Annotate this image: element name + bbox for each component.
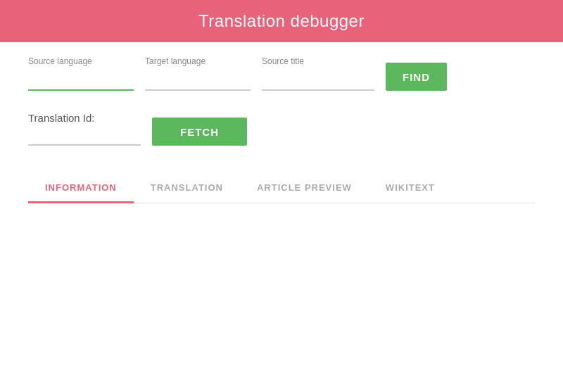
target-language-input[interactable] xyxy=(145,72,251,91)
translation-id-label: Translation Id: xyxy=(28,112,141,124)
tab-wikitext[interactable]: WIKITEXT xyxy=(369,174,452,203)
tab-translation[interactable]: TRANSLATION xyxy=(134,174,240,203)
app-header: Translation debugger xyxy=(0,0,563,42)
target-language-label: Target language xyxy=(145,56,251,66)
target-language-field-group: Target language xyxy=(145,56,251,91)
tab-article-preview[interactable]: ARTICLE PREVIEW xyxy=(240,174,369,203)
search-row: Source language Target language Source t… xyxy=(28,56,535,91)
translation-id-group: Translation Id: xyxy=(28,112,141,146)
tab-information[interactable]: INFORMATION xyxy=(28,174,134,203)
source-language-input[interactable] xyxy=(28,72,134,91)
translation-id-input[interactable] xyxy=(28,127,141,146)
translation-row: Translation Id: FETCH xyxy=(28,112,535,146)
main-content: Source language Target language Source t… xyxy=(0,42,563,392)
app-title: Translation debugger xyxy=(198,11,365,30)
source-title-input[interactable] xyxy=(262,72,374,91)
source-title-field-group: Source title xyxy=(262,56,374,91)
source-language-field-group: Source language xyxy=(28,56,134,91)
app-container: Translation debugger Source language Tar… xyxy=(0,0,563,392)
fetch-button[interactable]: FETCH xyxy=(152,118,247,146)
find-button[interactable]: FIND xyxy=(386,63,447,91)
tabs-row: INFORMATION TRANSLATION ARTICLE PREVIEW … xyxy=(28,174,535,203)
source-title-label: Source title xyxy=(262,56,374,66)
source-language-label: Source language xyxy=(28,56,134,66)
